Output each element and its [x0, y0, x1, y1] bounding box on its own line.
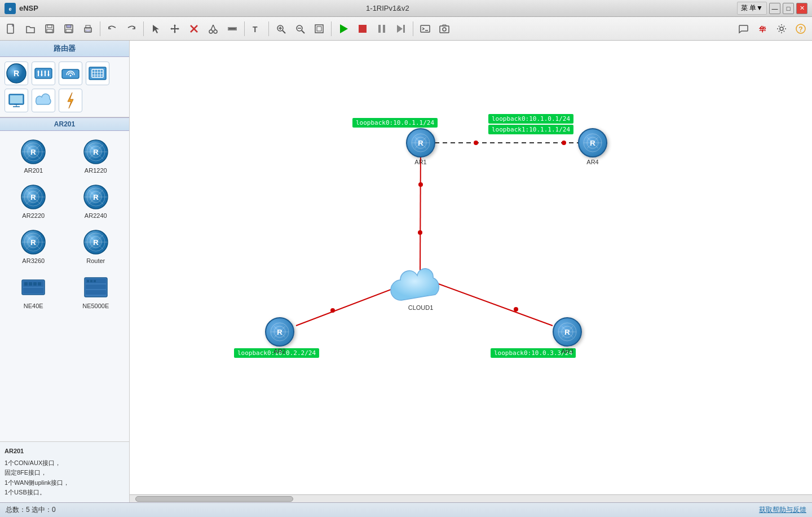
- save-as-button[interactable]: [60, 20, 78, 38]
- minimize-button[interactable]: —: [769, 3, 780, 14]
- wire-button[interactable]: [223, 20, 241, 38]
- svg-text:?: ?: [798, 25, 802, 33]
- device-item-ar3260[interactable]: R AR3260: [5, 226, 63, 266]
- device-item-ar201[interactable]: R AR201: [5, 135, 63, 176]
- cloud1-shape: [390, 266, 451, 309]
- stop-button[interactable]: [354, 20, 372, 38]
- svg-text:华: 华: [758, 25, 766, 33]
- ar4-label: AR4: [586, 159, 598, 165]
- close-button[interactable]: ✕: [796, 3, 807, 14]
- canvas-area[interactable]: loopback0:10.0.1.1/24 loopback0:10.1.0.1…: [130, 41, 812, 502]
- print-button[interactable]: [79, 20, 97, 38]
- svg-line-21: [211, 25, 213, 30]
- midpoint-ar1-ar4-2: [562, 141, 566, 145]
- svg-marker-12: [153, 25, 159, 33]
- node-ar2[interactable]: R AR2: [265, 317, 294, 354]
- svg-rect-52: [35, 68, 52, 78]
- help-button[interactable]: ?: [792, 20, 810, 38]
- sidebar: 路由器 R: [0, 41, 130, 502]
- help-feedback-link[interactable]: 获取帮助与反馈: [759, 505, 806, 515]
- chat-button[interactable]: [734, 20, 752, 38]
- device-icon-ar2240: R: [82, 183, 110, 211]
- text-button[interactable]: T: [248, 20, 266, 38]
- open-file-button[interactable]: [21, 20, 39, 38]
- ar2-label: AR2: [273, 348, 285, 354]
- device-item-ne5000e[interactable]: NE5000E: [67, 271, 125, 312]
- device-item-router[interactable]: R Router: [67, 226, 125, 266]
- svg-rect-121: [24, 282, 28, 286]
- device-item-ar1220[interactable]: R AR1220: [67, 135, 125, 176]
- node-ar3[interactable]: R AR3: [553, 317, 582, 354]
- svg-rect-37: [378, 25, 381, 33]
- toolbar-sep-5: [331, 21, 332, 36]
- network-canvas: loopback0:10.0.1.1/24 loopback0:10.1.0.1…: [130, 41, 812, 502]
- svg-rect-122: [29, 282, 32, 286]
- device-item-ar2240[interactable]: R AR2240: [67, 181, 125, 221]
- device-item-ar2220[interactable]: R AR2220: [5, 181, 63, 221]
- save-file-button[interactable]: [41, 20, 59, 38]
- maximize-button[interactable]: □: [783, 3, 794, 14]
- select-button[interactable]: [147, 20, 165, 38]
- label-ar4-loopback1: loopback1:10.1.1.1/24: [488, 125, 573, 134]
- sidebar-pc-icon[interactable]: [5, 89, 28, 112]
- svg-rect-130: [90, 280, 92, 282]
- node-ar1[interactable]: R AR1: [406, 128, 435, 165]
- node-cloud1[interactable]: CLOUD1: [390, 266, 451, 311]
- svg-rect-41: [421, 25, 430, 32]
- midpoint-ar1-cloud1-2: [418, 230, 422, 235]
- device-icon-ar1220: R: [82, 138, 110, 166]
- statusbar: 总数：5 选中：0 获取帮助与反馈: [0, 502, 812, 517]
- svg-text:R: R: [31, 193, 37, 201]
- app-logo: e: [5, 3, 16, 14]
- menu-button[interactable]: 菜 单▼: [737, 2, 767, 15]
- window-title: 1-1RIPv1&v2: [366, 4, 409, 12]
- svg-text:R: R: [277, 328, 283, 336]
- console-button[interactable]: [416, 20, 434, 38]
- device-item-ne40e[interactable]: NE40E: [5, 271, 63, 312]
- delete-button[interactable]: [185, 20, 203, 38]
- cloud1-label: CLOUD1: [408, 304, 434, 311]
- cut-button[interactable]: [204, 20, 222, 38]
- svg-text:R: R: [31, 148, 37, 156]
- midpoint-ar1-cloud1-1: [418, 182, 423, 187]
- svg-text:R: R: [93, 238, 99, 247]
- midpoint-ar2-cloud1: [330, 308, 335, 313]
- sidebar-cloud-icon[interactable]: [32, 89, 55, 112]
- svg-rect-36: [359, 25, 367, 33]
- sidebar-wireless-icon[interactable]: [59, 62, 82, 85]
- device-list: R AR201 R: [0, 131, 129, 441]
- zoom-in-button[interactable]: [272, 20, 290, 38]
- capture-button[interactable]: [435, 20, 453, 38]
- sidebar-router-icon[interactable]: R: [5, 62, 28, 85]
- midpoint-ar3-cloud1: [514, 307, 518, 312]
- device-icon-ne40e: [19, 273, 47, 301]
- svg-text:R: R: [93, 148, 99, 156]
- new-file-button[interactable]: [2, 20, 20, 38]
- svg-rect-8: [66, 29, 72, 32]
- redo-button[interactable]: [122, 20, 140, 38]
- undo-button[interactable]: [103, 20, 121, 38]
- scrollbar-thumb[interactable]: [135, 496, 293, 502]
- zoom-out-button[interactable]: [291, 20, 309, 38]
- titlebar: e eNSP 1-1RIPv1&v2 菜 单▼ — □ ✕: [0, 0, 812, 17]
- svg-rect-34: [317, 27, 321, 31]
- fit-view-button[interactable]: [310, 20, 328, 38]
- sidebar-switch-icon[interactable]: [32, 62, 55, 85]
- device-label-ar201: AR201: [24, 167, 43, 174]
- sidebar-other-icon[interactable]: [59, 89, 82, 112]
- node-ar4[interactable]: R AR4: [578, 128, 607, 165]
- ar2-circle: R: [265, 317, 294, 347]
- sidebar-desc-title: AR201: [5, 446, 125, 457]
- sidebar-security-icon[interactable]: [86, 62, 109, 85]
- huawei-button[interactable]: 华: [753, 20, 771, 38]
- svg-marker-39: [397, 25, 403, 33]
- settings-button[interactable]: [773, 20, 791, 38]
- step-button[interactable]: [392, 20, 410, 38]
- svg-marker-16: [178, 28, 179, 30]
- move-button[interactable]: [166, 20, 184, 38]
- play-button[interactable]: [334, 20, 352, 38]
- pause-button[interactable]: [373, 20, 391, 38]
- device-icon-ar3260: R: [19, 228, 47, 256]
- svg-rect-24: [229, 28, 236, 29]
- canvas-horizontal-scrollbar[interactable]: [130, 494, 812, 502]
